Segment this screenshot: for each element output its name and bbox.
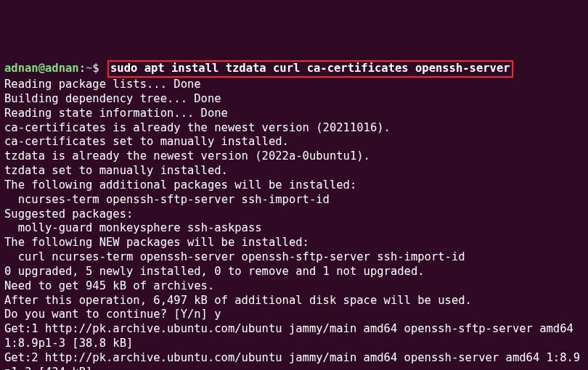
output-line: The following additional packages will b…	[4, 178, 584, 193]
shell-prompt: adnan@adnan:~$	[4, 62, 99, 75]
prompt-user-host: adnan@adnan	[4, 62, 79, 75]
prompt-cwd: ~	[86, 62, 92, 75]
output-line: Need to get 945 kB of archives.	[4, 279, 584, 294]
output-line: Get:2 http://pk.archive.ubuntu.com/ubunt…	[4, 351, 584, 370]
output-line: tzdata is already the newest version (20…	[4, 149, 584, 164]
command-text: sudo apt install tzdata curl ca-certific…	[110, 62, 510, 75]
prompt-dollar: $	[92, 62, 99, 75]
output-line: curl ncurses-term openssh-server openssh…	[4, 250, 584, 265]
output-line: Get:1 http://pk.archive.ubuntu.com/ubunt…	[4, 322, 584, 351]
output-line: Reading package lists... Done	[4, 78, 584, 92]
command-highlight-box: sudo apt install tzdata curl ca-certific…	[107, 60, 513, 78]
output-line: Building dependency tree... Done	[4, 92, 584, 107]
terminal-window[interactable]: adnan@adnan:~$ sudo apt install tzdata c…	[4, 60, 584, 370]
output-line: Do you want to continue? [Y/n] y	[4, 308, 584, 322]
output-line: After this operation, 6,497 kB of additi…	[4, 294, 584, 308]
output-line: ncurses-term openssh-sftp-server ssh-imp…	[4, 193, 584, 207]
output-line: Reading state information... Done	[4, 107, 584, 121]
output-line: The following NEW packages will be insta…	[4, 236, 584, 250]
output-line: Suggested packages:	[4, 207, 584, 222]
output-line: ca-certificates is already the newest ve…	[4, 121, 584, 136]
output-line: molly-guard monkeysphere ssh-askpass	[4, 221, 584, 236]
output-line: ca-certificates set to manually installe…	[4, 135, 584, 149]
prompt-colon: :	[79, 62, 86, 75]
output-line: 0 upgraded, 5 newly installed, 0 to remo…	[4, 265, 584, 279]
output-line: tzdata set to manually installed.	[4, 164, 584, 178]
